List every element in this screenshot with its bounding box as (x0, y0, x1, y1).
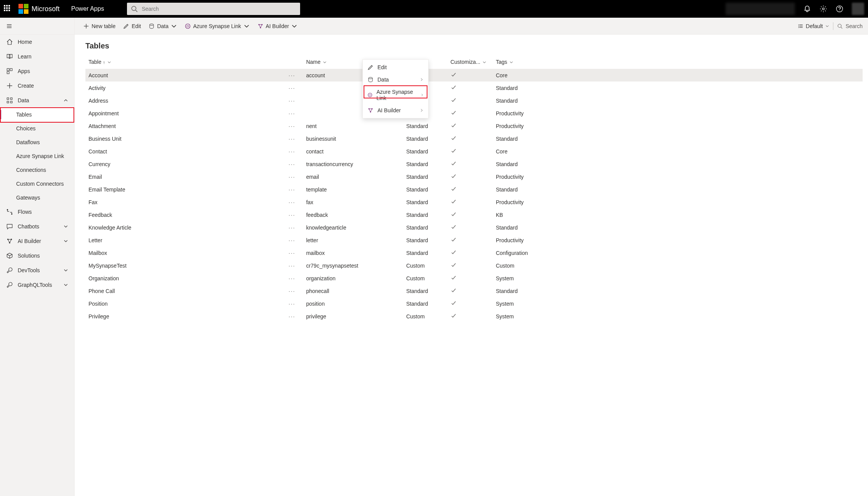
row-more-button[interactable]: ··· (285, 120, 303, 132)
row-more-button[interactable]: ··· (285, 259, 303, 272)
table-row[interactable]: Privilege···privilegeCustomSystem (85, 310, 863, 323)
table-row[interactable]: Contact···contactStandardCore (85, 145, 863, 158)
table-row[interactable]: Business Unit···businessunitStandardStan… (85, 132, 863, 145)
table-row[interactable]: Fax···faxStandardProductivity (85, 196, 863, 208)
table-row[interactable]: Currency···transactioncurrencyStandardSt… (85, 158, 863, 170)
table-row[interactable]: Mailbox···mailboxStandardConfiguration (85, 246, 863, 259)
table-search[interactable]: Search (837, 23, 863, 29)
nav-dataflows[interactable]: Dataflows (0, 135, 74, 149)
search-label: Search (846, 23, 863, 29)
nav-devtools[interactable]: DevTools (0, 263, 74, 278)
view-selector[interactable]: Default (798, 23, 829, 29)
nav-apps[interactable]: Apps (0, 64, 74, 78)
nav-synapse-link[interactable]: Azure Synapse Link (0, 149, 74, 163)
nav-home[interactable]: Home (0, 35, 74, 49)
global-search-input[interactable] (142, 6, 296, 12)
table-row[interactable]: Activity···CustomStandard (85, 82, 863, 94)
row-more-button[interactable]: ··· (285, 221, 303, 234)
nav-ai-builder[interactable]: AI Builder (0, 234, 74, 248)
row-more-button[interactable]: ··· (285, 170, 303, 183)
chevron-down-icon (244, 23, 250, 29)
table-row[interactable]: Organization···organizationCustomSystem (85, 272, 863, 285)
nav-gateways[interactable]: Gateways (0, 191, 74, 205)
left-nav: Home Learn Apps Create Data Tables Choic… (0, 18, 75, 496)
table-row[interactable]: Account···accountStandardCore (85, 69, 863, 82)
table-row[interactable]: Attachment···nentStandardProductivity (85, 120, 863, 132)
row-more-button[interactable]: ··· (285, 285, 303, 297)
row-more-button[interactable]: ··· (285, 69, 303, 82)
cell-customizable (447, 234, 493, 246)
nav-tables[interactable]: Tables (0, 108, 74, 122)
check-icon (451, 313, 457, 319)
row-more-button[interactable]: ··· (285, 107, 303, 120)
ctx-synapse-link[interactable]: Azure Synapse Link (363, 86, 428, 104)
chevron-down-icon (509, 60, 513, 64)
cell-table: Activity (85, 82, 285, 94)
table-row[interactable]: Knowledge Article···knowledgearticleStan… (85, 221, 863, 234)
app-launcher-icon[interactable] (4, 5, 12, 13)
app-name: Power Apps (71, 5, 104, 12)
table-row[interactable]: Address···StandardStandard (85, 94, 863, 107)
row-more-button[interactable]: ··· (285, 246, 303, 259)
brand-label: Microsoft (32, 5, 60, 13)
nav-collapse-button[interactable] (0, 18, 74, 35)
nav-data[interactable]: Data (0, 93, 74, 108)
row-more-button[interactable]: ··· (285, 158, 303, 170)
row-more-button[interactable]: ··· (285, 82, 303, 94)
nav-chatbots[interactable]: Chatbots (0, 219, 74, 234)
ctx-ai-builder[interactable]: AI Builder (363, 104, 428, 117)
table-row[interactable]: Feedback···feedbackStandardKB (85, 208, 863, 221)
table-row[interactable]: Letter···letterStandardProductivity (85, 234, 863, 246)
row-more-button[interactable]: ··· (285, 196, 303, 208)
cell-tags: Productivity (493, 107, 863, 120)
table-row[interactable]: Phone Call···phonecallStandardStandard (85, 285, 863, 297)
nav-custom-connectors[interactable]: Custom Connectors (0, 177, 74, 191)
row-more-button[interactable]: ··· (285, 94, 303, 107)
synapse-link-button[interactable]: Azure Synapse Link (182, 21, 253, 32)
row-more-button[interactable]: ··· (285, 145, 303, 158)
plus-icon (83, 23, 89, 29)
nav-create[interactable]: Create (0, 78, 74, 93)
help-icon[interactable] (836, 5, 843, 13)
edit-button[interactable]: Edit (120, 21, 144, 32)
data-button[interactable]: Data (145, 21, 180, 32)
user-avatar[interactable] (852, 3, 864, 15)
row-more-button[interactable]: ··· (285, 297, 303, 310)
settings-icon[interactable] (820, 5, 827, 13)
column-header-customizable[interactable]: Customiza... (447, 55, 493, 69)
nav-choices[interactable]: Choices (0, 122, 74, 135)
chevron-down-icon (63, 239, 68, 243)
nav-solutions[interactable]: Solutions (0, 248, 74, 263)
cell-type: Standard (403, 170, 447, 183)
ai-builder-button[interactable]: AI Builder (254, 21, 301, 32)
table-row[interactable]: Email···emailStandardProductivity (85, 170, 863, 183)
nav-graphql[interactable]: GraphQLTools (0, 278, 74, 292)
cell-customizable (447, 132, 493, 145)
ctx-data[interactable]: Data (363, 73, 428, 86)
nav-learn[interactable]: Learn (0, 49, 74, 64)
environment-picker[interactable] (726, 3, 795, 15)
new-table-button[interactable]: New table (80, 21, 119, 32)
row-more-button[interactable]: ··· (285, 183, 303, 196)
column-header-tags[interactable]: Tags (493, 55, 863, 69)
row-more-button[interactable]: ··· (285, 208, 303, 221)
pencil-icon (123, 23, 129, 29)
table-row[interactable]: MySynapseTest···cr79c_mysynapsetestCusto… (85, 259, 863, 272)
table-row[interactable]: Appointment···StandardProductivity (85, 107, 863, 120)
table-row[interactable]: Email Template···templateStandardStandar… (85, 183, 863, 196)
table-row[interactable]: Position···positionStandardSystem (85, 297, 863, 310)
column-header-table[interactable]: Table↑ (85, 55, 285, 69)
row-more-button[interactable]: ··· (285, 132, 303, 145)
global-search[interactable] (127, 3, 300, 15)
notifications-icon[interactable] (803, 5, 811, 13)
row-more-button[interactable]: ··· (285, 310, 303, 323)
chevron-down-icon (323, 60, 327, 64)
check-icon (451, 249, 457, 255)
nav-connections[interactable]: Connections (0, 163, 74, 177)
ctx-edit[interactable]: Edit (363, 61, 428, 73)
chevron-right-icon (421, 93, 424, 97)
row-more-button[interactable]: ··· (285, 272, 303, 285)
ai-icon (257, 23, 264, 29)
nav-flows[interactable]: Flows (0, 205, 74, 219)
row-more-button[interactable]: ··· (285, 234, 303, 246)
